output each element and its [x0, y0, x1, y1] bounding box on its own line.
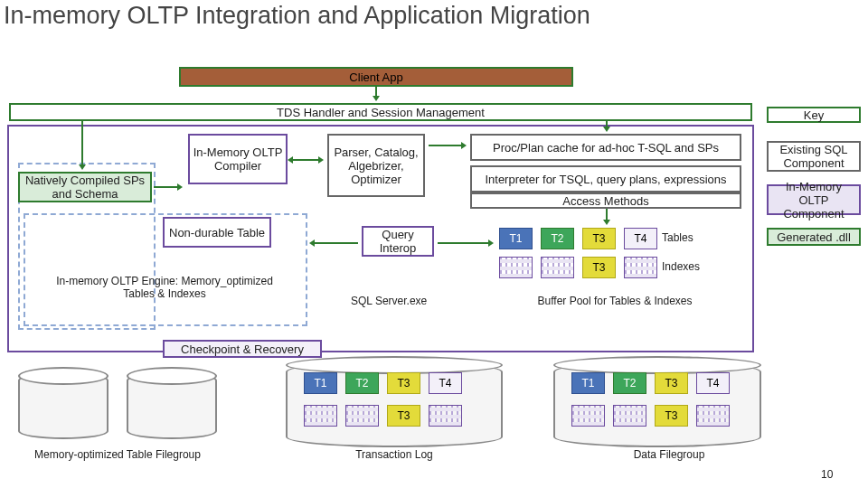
arrow-icon [289, 159, 322, 161]
page-title: In-memory OLTP Integration and Applicati… [4, 2, 590, 30]
natively-compiled-box: Natively Compiled SPs and Schema [18, 172, 152, 202]
legend-existing: Existing SQL Component [767, 141, 861, 172]
arrow-icon [606, 121, 608, 130]
index-icon [624, 257, 657, 278]
index-icon [541, 257, 574, 278]
index-t3: T3 [582, 257, 616, 278]
legend-generated: Generated .dll [767, 228, 861, 246]
interpreter-box: Interpreter for TSQL, query plans, expre… [470, 165, 741, 192]
index-icon [304, 405, 337, 427]
checkpoint-recovery-box: Checkpoint & Recovery [163, 340, 322, 358]
key-title: Key [767, 107, 861, 123]
arrow-icon [429, 145, 465, 146]
tables-label: Tables [662, 231, 693, 244]
arrow-icon [154, 186, 181, 188]
table-t1: T1 [499, 228, 533, 249]
arrow-icon [375, 87, 377, 99]
query-interop-box: Query Interop [362, 226, 434, 257]
legend-inmem: In-Memory OLTP Component [767, 184, 861, 215]
table-t2: T2 [541, 228, 574, 249]
sqlexe-label: SQL Server.exe [351, 295, 427, 307]
table-t4: T4 [624, 228, 657, 249]
table-t3: T3 [582, 228, 616, 249]
arrow-icon [606, 209, 608, 223]
tds-session-box: TDS Handler and Session Management [9, 103, 752, 121]
inmem-compiler-box: In-Memory OLTP Compiler [188, 134, 288, 184]
txlog-t4: T4 [429, 372, 462, 394]
proc-cache-box: Proc/Plan cache for ad-hoc T-SQL and SPs [470, 134, 741, 161]
datafg-idx-t3: T3 [655, 405, 688, 427]
datafg-t1: T1 [571, 372, 605, 394]
txlog-t2: T2 [345, 372, 379, 394]
index-icon [429, 405, 462, 427]
txlog-t3: T3 [387, 372, 420, 394]
datafg-t4: T4 [696, 372, 730, 394]
arrow-icon [311, 242, 358, 244]
index-icon [613, 405, 646, 427]
buffer-pool-label: Buffer Pool for Tables & Indexes [506, 295, 723, 307]
datafg-t3: T3 [655, 372, 688, 394]
txlog-idx-t3: T3 [387, 405, 420, 427]
index-icon [345, 405, 379, 427]
arrow-icon [438, 242, 492, 244]
index-icon [499, 257, 533, 278]
datafg-t2: T2 [613, 372, 646, 394]
cylinder-icon [18, 372, 108, 439]
index-icon [696, 405, 730, 427]
memopt-filegroup-label: Memory-optimized Table Filegroup [18, 448, 217, 461]
arrow-icon [81, 121, 83, 168]
access-methods-box: Access Methods [470, 192, 741, 209]
txlog-t1: T1 [304, 372, 337, 394]
client-app-box: Client App [179, 67, 573, 87]
parser-box: Parser, Catalog, Algebrizer, Optimizer [327, 134, 425, 197]
engine-label: In-memory OLTP Engine: Memory_optimized … [43, 275, 286, 300]
indexes-label: Indexes [662, 260, 700, 273]
datafg-label: Data Filegroup [597, 448, 741, 461]
cylinder-icon [127, 372, 217, 439]
index-icon [571, 405, 605, 427]
nondurable-table-box: Non-durable Table [163, 217, 271, 248]
page-number: 10 [821, 468, 833, 481]
txlog-label: Transaction Log [322, 448, 467, 461]
